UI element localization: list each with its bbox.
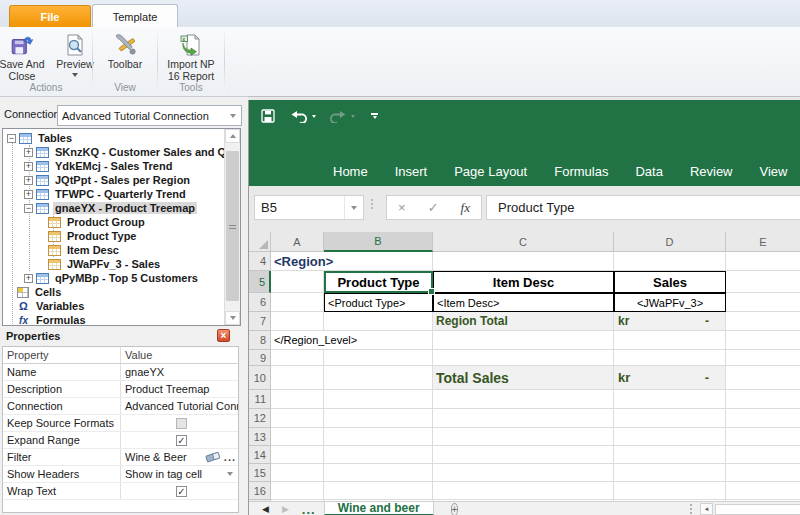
formula-bar-input[interactable]: Product Type	[486, 195, 800, 220]
hscroll-left-icon[interactable]: ◂	[700, 503, 713, 515]
toolbar-button[interactable]: Toolbar	[97, 30, 153, 71]
expand-icon[interactable]: +	[24, 162, 33, 171]
cell-A16[interactable]	[271, 482, 324, 500]
cell-E14[interactable]	[726, 446, 800, 464]
row-header-4[interactable]: 4	[249, 252, 271, 271]
cell-B10[interactable]	[324, 366, 433, 390]
cell-C8[interactable]	[433, 331, 614, 350]
cell-E7[interactable]	[726, 312, 800, 331]
cell-D7[interactable]: kr -	[614, 312, 726, 331]
checkbox-checked[interactable]: ✓	[176, 435, 187, 446]
insert-function-icon[interactable]: fx	[461, 200, 470, 216]
cell-D4[interactable]	[614, 252, 726, 271]
file-tab[interactable]: File	[9, 5, 91, 28]
cell-C4[interactable]	[433, 252, 614, 271]
filter-value[interactable]: Wine & Beer	[125, 451, 187, 463]
tree-item-qpymbp[interactable]: +qPyMBp - Top 5 Customers	[24, 271, 224, 285]
show-headers-value[interactable]: Show in tag cell	[125, 468, 202, 480]
tabbar-resize-handle[interactable]	[690, 504, 692, 514]
row-header-12[interactable]: 12	[249, 409, 271, 428]
cell-D14[interactable]	[614, 446, 726, 464]
collapse-icon[interactable]: −	[24, 204, 33, 213]
tree-item-item-desc[interactable]: Item Desc	[48, 243, 224, 257]
column-header-a[interactable]: A	[271, 232, 324, 252]
row-header-10[interactable]: 10	[249, 366, 271, 390]
tab-home[interactable]: Home	[333, 164, 368, 179]
name-box-dropdown-icon[interactable]	[344, 196, 363, 219]
close-icon[interactable]: ×	[217, 329, 230, 342]
tree-item-sknzkq[interactable]: +SKnzKQ - Customer Sales and Quantity	[24, 145, 224, 159]
row-header-15[interactable]: 15	[249, 464, 271, 482]
column-header-e[interactable]: E	[726, 232, 800, 252]
undo-icon[interactable]	[289, 109, 309, 123]
cell-A4[interactable]: <Region>	[271, 252, 433, 271]
cell-E11[interactable]	[726, 390, 800, 409]
cell-E9[interactable]	[726, 350, 800, 366]
expand-icon[interactable]: +	[24, 274, 33, 283]
property-row-name[interactable]: Name gnaeYX	[3, 364, 238, 381]
dropdown-arrow-icon[interactable]	[227, 472, 233, 476]
tree-scrollbar-thumb[interactable]	[226, 151, 239, 301]
preview-dropdown-icon[interactable]	[72, 73, 78, 77]
property-row-expand-range[interactable]: Expand Range ✓	[3, 432, 238, 449]
cell-E13[interactable]	[726, 428, 800, 446]
cell-E8[interactable]	[726, 331, 800, 350]
tree-item-formulas[interactable]: fxFormulas	[17, 313, 224, 326]
row-header-5[interactable]: 5	[249, 271, 271, 293]
row-header-16[interactable]: 16	[249, 482, 271, 500]
cell-D11[interactable]	[614, 390, 726, 409]
cell-C12[interactable]	[433, 409, 614, 428]
scroll-down-icon[interactable]	[225, 311, 240, 325]
template-tab[interactable]: Template	[92, 4, 178, 28]
cell-D5[interactable]: Sales	[614, 271, 726, 293]
expand-icon[interactable]: +	[24, 190, 33, 199]
cell-E10[interactable]	[726, 366, 800, 390]
tree-item-jwapfv3[interactable]: JWaPFv_3 - Sales	[48, 257, 224, 271]
cell-A15[interactable]	[271, 464, 324, 482]
cancel-icon[interactable]: ×	[398, 200, 406, 215]
property-value[interactable]: Product Treemap	[121, 381, 238, 397]
cell-A6[interactable]	[271, 293, 324, 312]
row-header-9[interactable]: 9	[249, 350, 271, 366]
expand-icon[interactable]: +	[24, 148, 33, 157]
tab-view[interactable]: View	[760, 164, 788, 179]
checkbox-unchecked[interactable]	[176, 418, 187, 429]
connection-select[interactable]: Advanced Tutorial Connection	[57, 105, 242, 126]
row-header-8[interactable]: 8	[249, 331, 271, 350]
cell-A7[interactable]	[271, 312, 324, 331]
eraser-icon[interactable]	[205, 450, 222, 465]
cell-E6[interactable]	[726, 293, 800, 312]
enter-icon[interactable]: ✓	[428, 200, 439, 215]
cell-C7[interactable]: Region Total	[433, 312, 614, 331]
cell-A8[interactable]: </Region_Level>	[271, 331, 433, 350]
cell-D10[interactable]: kr -	[614, 366, 726, 390]
column-header-b[interactable]: B	[324, 232, 433, 252]
property-value[interactable]: Advanced Tutorial Connecti	[121, 398, 238, 414]
cell-D8[interactable]	[614, 331, 726, 350]
tree-item-product-group[interactable]: Product Group	[48, 215, 224, 229]
new-sheet-button[interactable]: +	[451, 503, 459, 515]
cell-B9[interactable]	[324, 350, 433, 366]
property-value[interactable]: gnaeYX	[121, 364, 238, 380]
tree-item-tfwpc[interactable]: +TFWPC - Quarterly Trend	[24, 187, 224, 201]
cell-A10[interactable]	[271, 366, 324, 390]
expand-icon[interactable]: +	[24, 176, 33, 185]
tab-insert[interactable]: Insert	[395, 164, 428, 179]
row-header-11[interactable]: 11	[249, 390, 271, 409]
cell-C15[interactable]	[433, 464, 614, 482]
name-box[interactable]: B5	[254, 195, 364, 220]
cell-A9[interactable]	[271, 350, 324, 366]
cell-A5[interactable]	[271, 271, 324, 293]
cell-B14[interactable]	[324, 446, 433, 464]
save-icon[interactable]	[261, 109, 275, 123]
checkbox-checked[interactable]: ✓	[176, 486, 187, 497]
cell-E16[interactable]	[726, 482, 800, 500]
cell-A12[interactable]	[271, 409, 324, 428]
cell-D6[interactable]: <JWaPFv_3>	[614, 293, 726, 312]
cell-D15[interactable]	[614, 464, 726, 482]
property-row-filter[interactable]: Filter Wine & Beer ...	[3, 449, 238, 466]
tab-data[interactable]: Data	[635, 164, 662, 179]
chevron-down-icon[interactable]	[225, 114, 241, 118]
save-and-close-button[interactable]: Save And Close	[0, 30, 51, 82]
property-row-connection[interactable]: Connection Advanced Tutorial Connecti	[3, 398, 238, 415]
